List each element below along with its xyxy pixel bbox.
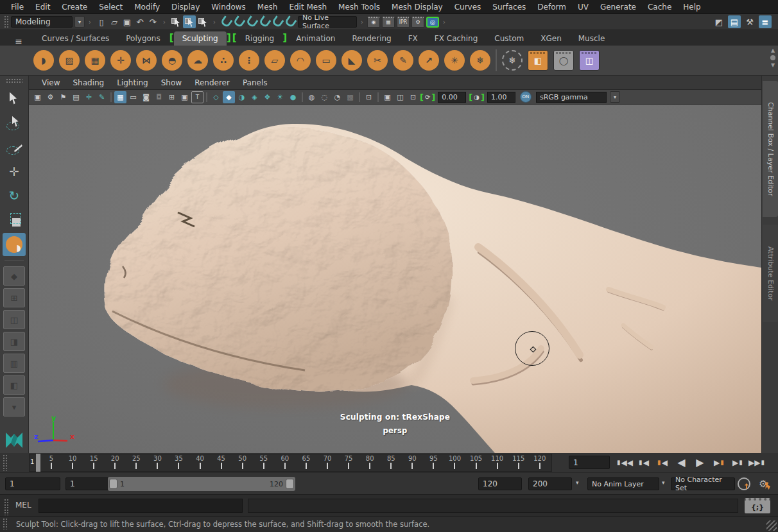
view-transform-dropdown-arrow[interactable]: ▾ — [610, 91, 620, 103]
layout-single-pane[interactable]: ◆ — [3, 266, 25, 286]
script-editor-button[interactable]: {;} — [745, 498, 770, 513]
shelf-scroll-handle[interactable] — [770, 55, 775, 60]
range-start-handle[interactable] — [109, 479, 117, 489]
select-components-icon[interactable] — [196, 15, 209, 28]
panel-menu-item[interactable]: View — [35, 77, 66, 89]
timeslider-grip[interactable] — [3, 454, 7, 471]
shadows-icon[interactable]: ● — [287, 91, 299, 103]
multisample-icon[interactable]: ◔ — [331, 91, 343, 103]
menu-item[interactable]: Help — [677, 1, 706, 13]
character-controls-icon[interactable]: ◫ — [579, 50, 600, 71]
make-live-icon[interactable] — [271, 15, 284, 28]
dof-icon[interactable]: ▩ — [344, 91, 356, 103]
smear-tool-icon[interactable]: ✎ — [393, 50, 413, 71]
panel-menu-item[interactable]: Lighting — [110, 77, 155, 89]
step-forward-frame-button[interactable]: ▶▮ — [729, 455, 746, 470]
imprint-tool-icon[interactable]: ▱ — [264, 50, 285, 71]
default-material-icon[interactable]: ◑ — [236, 91, 248, 103]
safe-title-icon[interactable]: T — [191, 91, 203, 103]
viewport-toolbar-icon[interactable] — [377, 92, 379, 102]
new-scene-icon[interactable]: ▯ — [95, 15, 108, 28]
shelf-scroll-up-icon[interactable]: ▲ — [771, 47, 775, 53]
shelf-tab[interactable]: Animation — [288, 31, 343, 46]
shelf-tab[interactable]: Muscle — [570, 31, 614, 46]
relax-tool-icon[interactable]: ▦ — [85, 50, 105, 71]
viewport-toolbar-icon[interactable] — [206, 92, 207, 102]
tab-attribute-editor[interactable]: Attribute Editor — [763, 225, 778, 322]
sculpt-tool-active[interactable] — [3, 233, 26, 256]
command-language-toggle[interactable]: MEL — [15, 501, 31, 510]
shelf-tab[interactable]: FX Caching — [426, 31, 486, 46]
trex-model[interactable] — [29, 105, 761, 453]
grease-pencil-icon[interactable]: ✎ — [96, 91, 108, 103]
animation-end-dropdown-arrow[interactable]: ▾ — [576, 479, 579, 486]
layout-dropdown[interactable]: ▾ — [3, 397, 25, 416]
menu-item[interactable]: Edit — [30, 1, 56, 13]
panel-menu-item[interactable]: Panels — [236, 77, 274, 89]
panel-menu-item[interactable]: Renderer — [188, 77, 236, 89]
flatten-tool-icon[interactable]: ◓ — [162, 50, 182, 71]
scale-tool[interactable] — [3, 209, 26, 232]
unfreeze-all-icon[interactable]: ❄ — [502, 50, 523, 71]
menu-item[interactable]: Modify — [128, 1, 166, 13]
menu-item[interactable]: Select — [93, 1, 128, 13]
menu-item[interactable]: Curves — [449, 1, 487, 13]
anim-layer-dropdown[interactable]: No Anim Layer — [587, 477, 659, 490]
pinch-tool-icon[interactable]: ⋈ — [136, 50, 157, 71]
menu-item[interactable]: Mesh Display — [386, 1, 449, 13]
wax-tool-icon[interactable]: ◠ — [290, 50, 311, 71]
sculpt-tool-icon[interactable]: ◗ — [33, 50, 54, 71]
shelf-tab[interactable]: Curves / Surfaces — [33, 31, 117, 46]
current-frame-field[interactable]: 1 — [569, 456, 610, 469]
shelf-tab[interactable]: Rendering — [343, 31, 399, 46]
shaded-wireframe-icon[interactable]: ◈ — [248, 91, 261, 103]
scrape-tool-icon[interactable]: ▭ — [316, 50, 336, 71]
animation-end-field[interactable]: 200 — [528, 477, 572, 490]
sculpt-brush-cursor[interactable] — [515, 331, 549, 366]
snap-view-plane-icon[interactable] — [284, 15, 297, 28]
play-forwards-button[interactable]: ▶ — [691, 455, 709, 470]
toolbox-grip[interactable] — [6, 78, 22, 83]
snap-projected-center-icon[interactable] — [258, 15, 271, 28]
menu-item[interactable]: Edit Mesh — [283, 1, 333, 13]
shelf-tab[interactable]: Rigging — [237, 31, 282, 46]
helpline-grip[interactable] — [3, 518, 7, 529]
xray-joints-icon[interactable]: ◫ — [394, 91, 406, 103]
paint-selection-tool[interactable] — [3, 135, 26, 159]
color-management-toggle[interactable]: ON — [520, 91, 532, 103]
wireframe-icon[interactable]: ◇ — [210, 91, 222, 103]
menu-item[interactable]: Deform — [532, 1, 572, 13]
anim-layer-dropdown-arrow[interactable]: ▾ — [662, 479, 665, 486]
smooth-shade-icon[interactable]: ◆ — [223, 91, 235, 103]
image-plane-icon[interactable]: ▤ — [70, 91, 82, 103]
isolate-select-icon[interactable]: ⊡ — [363, 91, 375, 103]
grid-icon[interactable]: ▦ — [114, 91, 126, 103]
play-backwards-button[interactable]: ◀ — [673, 455, 690, 470]
step-forward-key-button[interactable]: ▶▮ — [710, 455, 727, 470]
select-camera-icon[interactable]: ▣ — [31, 91, 44, 103]
commandline-grip[interactable] — [4, 499, 8, 515]
select-hierarchy-icon[interactable] — [169, 15, 182, 28]
current-frame-marker[interactable] — [36, 454, 40, 472]
shelf-tab[interactable]: Custom — [486, 31, 532, 46]
move-tool[interactable]: ✛ — [3, 160, 26, 183]
layer-editor-toggle-icon[interactable]: ≣ — [759, 15, 772, 28]
gamma-field[interactable]: 1.00 — [487, 92, 515, 103]
menu-item[interactable]: Display — [166, 1, 205, 13]
safe-action-icon[interactable]: ▣ — [178, 91, 191, 103]
layout-outliner-graph[interactable]: ◧ — [3, 375, 25, 395]
menu-item[interactable]: Cache — [642, 1, 677, 13]
shelf-tool-icon[interactable] — [496, 49, 497, 71]
ssao-icon[interactable]: ◍ — [306, 91, 318, 103]
repeat-tool-icon[interactable]: ⋮ — [239, 50, 259, 71]
layout-outliner-persp[interactable]: ◫ — [3, 310, 25, 329]
layout-hypershade-persp[interactable]: ▥ — [3, 354, 25, 373]
status-grip[interactable] — [4, 15, 8, 28]
viewport-3d[interactable]: Sculpting on: tRexShape persp y z x — [29, 105, 761, 453]
animation-preferences-icon[interactable]: ⚙ — [756, 477, 770, 491]
resolution-gate-icon[interactable]: ◙ — [140, 91, 152, 103]
panel-menu-item[interactable]: Show — [155, 77, 188, 89]
save-scene-icon[interactable]: ▣ — [121, 15, 134, 28]
viewport-toolbar-icon[interactable] — [302, 92, 303, 102]
menu-item[interactable]: Windows — [205, 1, 252, 13]
